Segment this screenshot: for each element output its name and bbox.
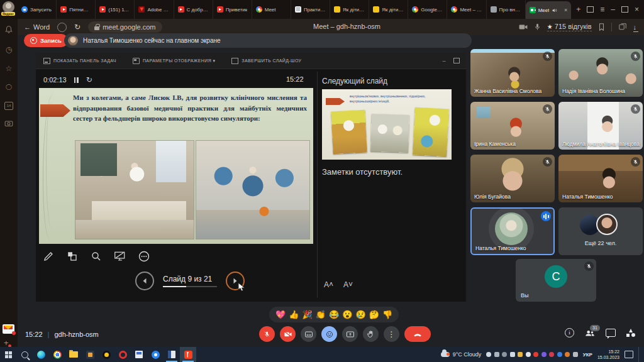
downloads-icon[interactable]: ↓ bbox=[633, 23, 637, 31]
tab-meet-active[interactable]: Meet × bbox=[526, 1, 572, 19]
reaction-clap[interactable]: 👏 bbox=[316, 310, 326, 319]
restart-timer-icon[interactable]: ↻ bbox=[86, 75, 92, 84]
tab-close-icon[interactable]: × bbox=[564, 7, 567, 13]
reaction-heart[interactable]: 💖 bbox=[275, 310, 286, 319]
notifications-bell-icon[interactable] bbox=[4, 25, 13, 34]
see-all-slides-button[interactable] bbox=[65, 249, 80, 264]
tray-display-icon[interactable] bbox=[494, 352, 499, 357]
self-view-tile[interactable]: C Вы bbox=[516, 259, 596, 302]
mic-toggle-button[interactable] bbox=[259, 326, 275, 342]
url-field[interactable]: meet.google.com bbox=[88, 21, 162, 33]
refresh-icon[interactable]: ↻ bbox=[74, 23, 80, 31]
participant-tile[interactable]: Жанна Василівна Смолова bbox=[470, 49, 555, 97]
collections-icon[interactable] bbox=[619, 23, 626, 31]
show-taskbar-button[interactable]: ПОКАЗАТЬ ПАНЕЛЬ ЗАДАЧ bbox=[43, 58, 116, 64]
show-desktop-button[interactable] bbox=[638, 347, 641, 362]
language-indicator[interactable]: УКР bbox=[583, 352, 592, 358]
camera-toggle-button[interactable] bbox=[280, 326, 296, 342]
pen-tool-button[interactable] bbox=[41, 249, 56, 264]
taskbar-clock[interactable]: 15:22 15.03.2023 bbox=[597, 349, 619, 360]
window-restore-icon[interactable] bbox=[621, 6, 628, 13]
active-speaker-tile[interactable]: Наталья Тимошенко bbox=[470, 207, 555, 255]
mic-permission-icon[interactable] bbox=[535, 23, 540, 31]
tab-youtube-3[interactable]: С добрым bbox=[174, 0, 213, 19]
tab-doc-law[interactable]: Про внесе bbox=[487, 0, 526, 19]
reaction-cry[interactable]: 😢 bbox=[355, 310, 365, 319]
yandex-browser-icon[interactable] bbox=[180, 347, 196, 362]
calendar-icon[interactable]: 14 bbox=[4, 102, 13, 110]
reaction-thinking[interactable]: 🤔 bbox=[369, 310, 379, 319]
presenter-minimize-icon[interactable]: – bbox=[443, 58, 446, 64]
opera-icon[interactable] bbox=[114, 347, 131, 362]
reaction-party[interactable]: 🎉 bbox=[302, 310, 312, 319]
tray-blue-app-icon[interactable] bbox=[557, 352, 562, 357]
previous-slide-button[interactable] bbox=[135, 272, 154, 290]
app-icon-d[interactable] bbox=[82, 347, 98, 362]
notification-center-icon[interactable] bbox=[625, 351, 633, 358]
more-options-button[interactable] bbox=[136, 249, 152, 264]
word-icon[interactable] bbox=[164, 347, 180, 362]
tray-app-icon[interactable] bbox=[502, 352, 507, 357]
participant-tile[interactable]: Наталья Тимошенко bbox=[558, 155, 643, 202]
font-increase-button[interactable]: А˄ bbox=[324, 280, 333, 289]
camera-permission-icon[interactable] bbox=[519, 24, 528, 30]
tray-user-icon[interactable] bbox=[518, 352, 523, 357]
reviews-rating[interactable]: ★ 715 відгуків bbox=[547, 23, 592, 31]
extension-icon[interactable] bbox=[57, 23, 67, 32]
history-icon[interactable]: ◷ bbox=[0, 45, 18, 54]
taskbar-search-icon[interactable] bbox=[16, 347, 33, 362]
reaction-laugh[interactable]: 😂 bbox=[329, 310, 339, 319]
activities-icon[interactable] bbox=[626, 329, 635, 337]
display-options-button[interactable]: ПАРАМЕТРЫ ОТОБРАЖЕНИЯ ▾ bbox=[133, 58, 215, 64]
tab-meet-3[interactable]: Meet – gd bbox=[447, 0, 486, 19]
font-decrease-button[interactable]: А˅ bbox=[343, 280, 353, 289]
tab-panel-icon[interactable] bbox=[587, 6, 594, 13]
reactions-button[interactable] bbox=[321, 326, 337, 342]
next-slide-button[interactable] bbox=[226, 272, 245, 290]
tray-cursor-icon[interactable] bbox=[526, 352, 531, 357]
bookmarks-star-icon[interactable]: ☆ bbox=[0, 64, 18, 73]
antivirus-icon[interactable] bbox=[98, 347, 114, 362]
tab-zoom-app[interactable]: Запусить bbox=[18, 0, 57, 19]
new-tab-button[interactable]: + bbox=[576, 5, 580, 14]
screenshot-camera-icon[interactable] bbox=[4, 119, 13, 127]
bookmark-icon[interactable] bbox=[599, 23, 604, 31]
reaction-surprised[interactable]: 😮 bbox=[342, 310, 352, 319]
recording-indicator[interactable]: Запись bbox=[24, 34, 68, 47]
presenter-restore-icon[interactable] bbox=[453, 58, 460, 63]
raise-hand-button[interactable] bbox=[363, 326, 379, 342]
participant-tile[interactable]: Юлія Бугайова bbox=[470, 155, 555, 202]
start-button[interactable] bbox=[0, 347, 16, 362]
gmail-icon[interactable] bbox=[3, 324, 14, 334]
sidebar-add-icon[interactable]: + bbox=[4, 338, 9, 348]
tray-speaker-icon[interactable] bbox=[510, 352, 515, 357]
participant-tile[interactable]: Ірина Каменська bbox=[470, 102, 555, 150]
tray-opera-icon[interactable] bbox=[533, 352, 538, 357]
more-participants-tile[interactable]: Ещё 22 чел. bbox=[558, 207, 643, 255]
end-slideshow-button[interactable]: ЗАВЕРШИТЬ СЛАЙД-ШОУ bbox=[231, 58, 301, 64]
downloads-circle-icon[interactable]: ◯ bbox=[0, 83, 18, 91]
reaction-thumbs-up[interactable]: 👍 bbox=[289, 310, 299, 319]
tab-adobe[interactable]: Adobe Fla bbox=[135, 0, 174, 19]
weather-widget[interactable]: 9°C Cloudy bbox=[441, 351, 482, 358]
tray-orange-app-icon[interactable] bbox=[565, 352, 570, 357]
participant-tile[interactable]: Надія Іванівна Волошина bbox=[558, 49, 643, 97]
browser-menu-icon[interactable]: ≡ bbox=[600, 5, 604, 14]
tray-mic-icon[interactable] bbox=[486, 352, 491, 357]
tray-purple-app-icon[interactable] bbox=[541, 352, 547, 357]
tray-link-icon[interactable] bbox=[573, 352, 578, 357]
file-explorer-icon[interactable] bbox=[65, 347, 82, 362]
zoom-slide-button[interactable] bbox=[89, 249, 104, 264]
tab-notes-1[interactable]: Як діти за bbox=[330, 0, 369, 19]
tab-youtube-4[interactable]: Приветик bbox=[213, 0, 252, 19]
participants-icon[interactable]: 31 bbox=[585, 329, 595, 337]
pause-timer-icon[interactable] bbox=[74, 77, 79, 83]
captions-button[interactable] bbox=[301, 326, 316, 342]
leave-call-button[interactable] bbox=[404, 326, 431, 342]
more-options-button[interactable]: ⋮ bbox=[384, 326, 399, 342]
browser-profile-avatar[interactable]: Яндекс bbox=[0, 0, 18, 19]
reaction-thumbs-down[interactable]: 👎 bbox=[382, 310, 392, 319]
app-icon-blue[interactable] bbox=[147, 347, 164, 362]
tab-meet-1[interactable]: Meet bbox=[252, 0, 291, 19]
window-close-icon[interactable]: × bbox=[635, 5, 639, 14]
